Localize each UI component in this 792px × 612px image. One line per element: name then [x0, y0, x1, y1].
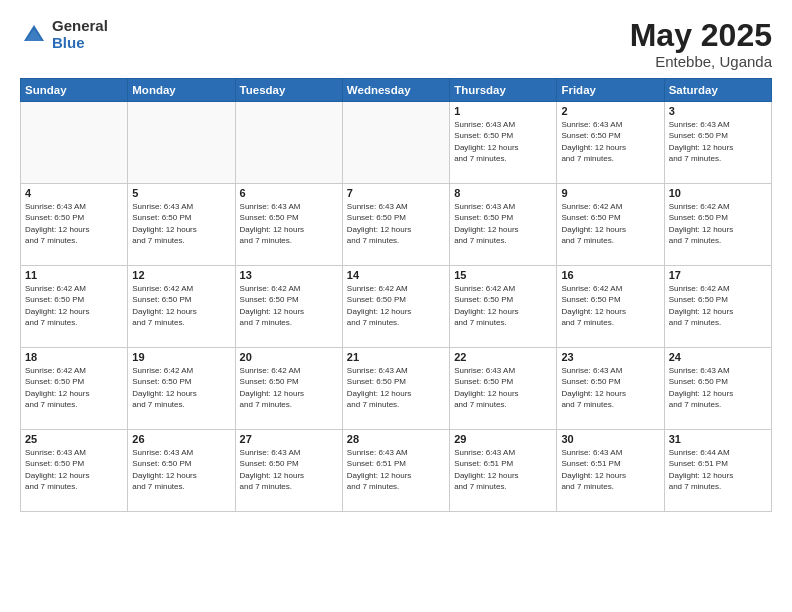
day-info: Sunrise: 6:42 AMSunset: 6:50 PMDaylight:… — [240, 365, 338, 410]
day-info: Sunrise: 6:43 AMSunset: 6:50 PMDaylight:… — [347, 365, 445, 410]
day-number: 29 — [454, 433, 552, 445]
col-monday: Monday — [128, 79, 235, 102]
logo: General Blue — [20, 18, 108, 51]
calendar-week-row: 11Sunrise: 6:42 AMSunset: 6:50 PMDayligh… — [21, 266, 772, 348]
day-number: 11 — [25, 269, 123, 281]
day-number: 23 — [561, 351, 659, 363]
day-info: Sunrise: 6:42 AMSunset: 6:50 PMDaylight:… — [454, 283, 552, 328]
calendar-week-row: 18Sunrise: 6:42 AMSunset: 6:50 PMDayligh… — [21, 348, 772, 430]
day-info: Sunrise: 6:43 AMSunset: 6:50 PMDaylight:… — [561, 365, 659, 410]
table-row: 16Sunrise: 6:42 AMSunset: 6:50 PMDayligh… — [557, 266, 664, 348]
day-number: 15 — [454, 269, 552, 281]
day-number: 22 — [454, 351, 552, 363]
table-row: 23Sunrise: 6:43 AMSunset: 6:50 PMDayligh… — [557, 348, 664, 430]
table-row: 27Sunrise: 6:43 AMSunset: 6:50 PMDayligh… — [235, 430, 342, 512]
day-info: Sunrise: 6:42 AMSunset: 6:50 PMDaylight:… — [561, 283, 659, 328]
day-info: Sunrise: 6:43 AMSunset: 6:51 PMDaylight:… — [454, 447, 552, 492]
table-row — [342, 102, 449, 184]
day-number: 16 — [561, 269, 659, 281]
day-number: 26 — [132, 433, 230, 445]
title-location: Entebbe, Uganda — [630, 53, 772, 70]
day-number: 27 — [240, 433, 338, 445]
day-info: Sunrise: 6:43 AMSunset: 6:50 PMDaylight:… — [25, 201, 123, 246]
day-number: 6 — [240, 187, 338, 199]
day-info: Sunrise: 6:42 AMSunset: 6:50 PMDaylight:… — [669, 201, 767, 246]
day-number: 9 — [561, 187, 659, 199]
day-info: Sunrise: 6:43 AMSunset: 6:51 PMDaylight:… — [347, 447, 445, 492]
table-row: 2Sunrise: 6:43 AMSunset: 6:50 PMDaylight… — [557, 102, 664, 184]
table-row: 18Sunrise: 6:42 AMSunset: 6:50 PMDayligh… — [21, 348, 128, 430]
table-row: 7Sunrise: 6:43 AMSunset: 6:50 PMDaylight… — [342, 184, 449, 266]
day-number: 31 — [669, 433, 767, 445]
table-row: 22Sunrise: 6:43 AMSunset: 6:50 PMDayligh… — [450, 348, 557, 430]
title-block: May 2025 Entebbe, Uganda — [630, 18, 772, 70]
day-number: 13 — [240, 269, 338, 281]
day-number: 20 — [240, 351, 338, 363]
table-row: 5Sunrise: 6:43 AMSunset: 6:50 PMDaylight… — [128, 184, 235, 266]
page: General Blue May 2025 Entebbe, Uganda Su… — [0, 0, 792, 612]
table-row: 30Sunrise: 6:43 AMSunset: 6:51 PMDayligh… — [557, 430, 664, 512]
day-info: Sunrise: 6:43 AMSunset: 6:51 PMDaylight:… — [561, 447, 659, 492]
day-number: 18 — [25, 351, 123, 363]
day-info: Sunrise: 6:43 AMSunset: 6:50 PMDaylight:… — [561, 119, 659, 164]
table-row: 4Sunrise: 6:43 AMSunset: 6:50 PMDaylight… — [21, 184, 128, 266]
day-info: Sunrise: 6:43 AMSunset: 6:50 PMDaylight:… — [669, 365, 767, 410]
table-row: 28Sunrise: 6:43 AMSunset: 6:51 PMDayligh… — [342, 430, 449, 512]
table-row — [235, 102, 342, 184]
table-row: 11Sunrise: 6:42 AMSunset: 6:50 PMDayligh… — [21, 266, 128, 348]
day-info: Sunrise: 6:43 AMSunset: 6:50 PMDaylight:… — [454, 119, 552, 164]
day-info: Sunrise: 6:43 AMSunset: 6:50 PMDaylight:… — [132, 447, 230, 492]
logo-icon — [20, 21, 48, 49]
calendar-header-row: Sunday Monday Tuesday Wednesday Thursday… — [21, 79, 772, 102]
day-info: Sunrise: 6:43 AMSunset: 6:50 PMDaylight:… — [132, 201, 230, 246]
day-info: Sunrise: 6:42 AMSunset: 6:50 PMDaylight:… — [25, 283, 123, 328]
table-row: 1Sunrise: 6:43 AMSunset: 6:50 PMDaylight… — [450, 102, 557, 184]
col-tuesday: Tuesday — [235, 79, 342, 102]
day-info: Sunrise: 6:42 AMSunset: 6:50 PMDaylight:… — [240, 283, 338, 328]
table-row: 26Sunrise: 6:43 AMSunset: 6:50 PMDayligh… — [128, 430, 235, 512]
table-row: 31Sunrise: 6:44 AMSunset: 6:51 PMDayligh… — [664, 430, 771, 512]
day-number: 3 — [669, 105, 767, 117]
day-number: 28 — [347, 433, 445, 445]
table-row: 19Sunrise: 6:42 AMSunset: 6:50 PMDayligh… — [128, 348, 235, 430]
day-number: 12 — [132, 269, 230, 281]
col-thursday: Thursday — [450, 79, 557, 102]
table-row: 29Sunrise: 6:43 AMSunset: 6:51 PMDayligh… — [450, 430, 557, 512]
day-number: 19 — [132, 351, 230, 363]
table-row: 12Sunrise: 6:42 AMSunset: 6:50 PMDayligh… — [128, 266, 235, 348]
calendar-week-row: 1Sunrise: 6:43 AMSunset: 6:50 PMDaylight… — [21, 102, 772, 184]
table-row: 20Sunrise: 6:42 AMSunset: 6:50 PMDayligh… — [235, 348, 342, 430]
day-info: Sunrise: 6:43 AMSunset: 6:50 PMDaylight:… — [454, 365, 552, 410]
day-info: Sunrise: 6:43 AMSunset: 6:50 PMDaylight:… — [240, 201, 338, 246]
table-row: 14Sunrise: 6:42 AMSunset: 6:50 PMDayligh… — [342, 266, 449, 348]
table-row: 9Sunrise: 6:42 AMSunset: 6:50 PMDaylight… — [557, 184, 664, 266]
table-row: 21Sunrise: 6:43 AMSunset: 6:50 PMDayligh… — [342, 348, 449, 430]
logo-text: General Blue — [52, 18, 108, 51]
logo-general-text: General — [52, 18, 108, 35]
day-number: 17 — [669, 269, 767, 281]
title-month: May 2025 — [630, 18, 772, 53]
col-friday: Friday — [557, 79, 664, 102]
day-number: 1 — [454, 105, 552, 117]
table-row: 13Sunrise: 6:42 AMSunset: 6:50 PMDayligh… — [235, 266, 342, 348]
table-row — [128, 102, 235, 184]
day-number: 5 — [132, 187, 230, 199]
day-number: 25 — [25, 433, 123, 445]
col-sunday: Sunday — [21, 79, 128, 102]
day-number: 4 — [25, 187, 123, 199]
day-number: 2 — [561, 105, 659, 117]
table-row: 3Sunrise: 6:43 AMSunset: 6:50 PMDaylight… — [664, 102, 771, 184]
day-info: Sunrise: 6:42 AMSunset: 6:50 PMDaylight:… — [132, 283, 230, 328]
day-number: 14 — [347, 269, 445, 281]
day-number: 24 — [669, 351, 767, 363]
day-number: 21 — [347, 351, 445, 363]
day-number: 8 — [454, 187, 552, 199]
day-number: 10 — [669, 187, 767, 199]
day-info: Sunrise: 6:42 AMSunset: 6:50 PMDaylight:… — [132, 365, 230, 410]
day-info: Sunrise: 6:42 AMSunset: 6:50 PMDaylight:… — [561, 201, 659, 246]
day-info: Sunrise: 6:43 AMSunset: 6:50 PMDaylight:… — [454, 201, 552, 246]
col-wednesday: Wednesday — [342, 79, 449, 102]
calendar-week-row: 4Sunrise: 6:43 AMSunset: 6:50 PMDaylight… — [21, 184, 772, 266]
table-row: 24Sunrise: 6:43 AMSunset: 6:50 PMDayligh… — [664, 348, 771, 430]
day-info: Sunrise: 6:42 AMSunset: 6:50 PMDaylight:… — [347, 283, 445, 328]
